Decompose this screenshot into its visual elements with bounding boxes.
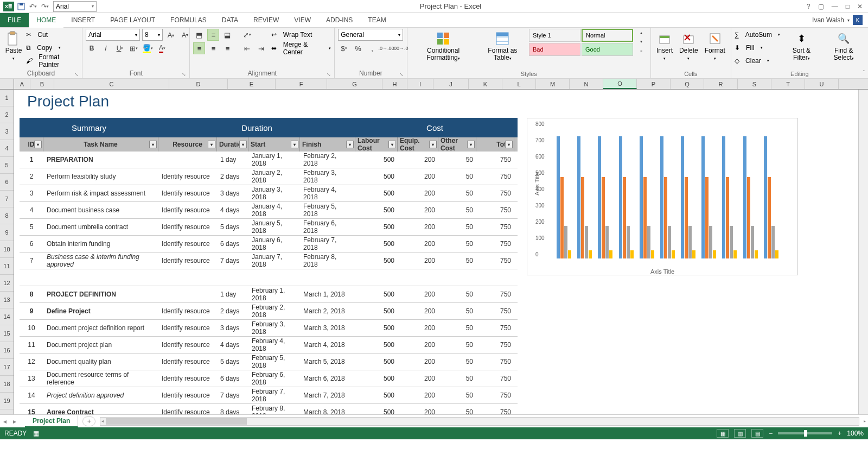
increase-decimal-icon[interactable]: .0→.00 (380, 42, 392, 54)
fill-color-button[interactable]: 🪣▾ (142, 42, 154, 54)
table-row[interactable]: 10Document project definition reportIden… (20, 320, 518, 337)
bold-button[interactable]: B (86, 42, 98, 54)
table-row[interactable]: 12Document quality planIdentify resource… (20, 354, 518, 370)
cell-style-good[interactable]: Good (582, 43, 633, 56)
column-header[interactable]: O (603, 79, 637, 89)
redo-icon[interactable]: ↷▾ (40, 2, 50, 11)
table-row[interactable]: 14Project definition approvedIdentify re… (20, 387, 518, 404)
column-header[interactable]: K (469, 79, 502, 89)
styles-more-icon[interactable]: ▾ (635, 37, 647, 45)
row-header[interactable]: 4 (0, 140, 14, 157)
column-header[interactable]: C (54, 79, 169, 89)
table-row[interactable]: 8PROJECT DEFINITION1 dayFebruary 1, 2018… (20, 286, 518, 303)
row-header[interactable]: 7 (0, 191, 14, 207)
minimize-icon[interactable]: — (832, 3, 838, 10)
column-header[interactable]: R (704, 79, 738, 89)
sheet-nav-next-icon[interactable]: ▸ (10, 418, 20, 425)
table-row[interactable]: 1PREPARATION1 dayJanuary 1, 2018February… (20, 152, 518, 168)
filter-icon[interactable]: ▾ (34, 141, 42, 148)
dialog-launcher-icon[interactable]: ⤡ (74, 72, 79, 77)
cut-button[interactable]: ✂ Cut (26, 29, 79, 41)
column-header[interactable]: I (407, 79, 433, 89)
column-header[interactable]: P (637, 79, 671, 89)
dialog-launcher-icon[interactable]: ⤡ (399, 72, 404, 77)
vertical-scrollbar[interactable] (858, 90, 868, 414)
table-row[interactable]: 5Document umbrella contractIdentify reso… (20, 219, 518, 236)
zoom-slider[interactable] (778, 432, 832, 434)
save-icon[interactable] (16, 2, 26, 11)
align-center-icon[interactable]: ≡ (207, 42, 219, 54)
zoom-level[interactable]: 100% (847, 430, 864, 437)
column-header[interactable]: A (14, 79, 30, 89)
macro-record-icon[interactable]: ▦ (33, 430, 39, 437)
view-page-layout-icon[interactable]: ▥ (734, 429, 746, 438)
row-header[interactable]: 6 (0, 174, 14, 191)
decrease-font-icon[interactable]: A▾ (179, 29, 191, 41)
grid-area[interactable]: Project Plan Summary Duration Cost ID▾ T… (14, 90, 858, 414)
column-header[interactable]: S (738, 79, 771, 89)
filter-icon[interactable]: ▾ (208, 141, 215, 148)
filter-icon[interactable]: ▾ (429, 141, 437, 148)
align-bottom-icon[interactable]: ⬓ (221, 29, 233, 41)
column-header[interactable]: M (536, 79, 570, 89)
select-all-corner[interactable] (0, 79, 14, 89)
table-row[interactable]: 4Document business caseIdentify resource… (20, 202, 518, 219)
zoom-out-icon[interactable]: − (769, 430, 773, 437)
row-header[interactable]: 15 (0, 325, 14, 342)
row-header[interactable]: 1 (0, 90, 14, 106)
table-row[interactable]: 11Document project planIdentify resource… (20, 337, 518, 354)
view-normal-icon[interactable]: ▦ (717, 429, 729, 438)
row-header[interactable]: 3 (0, 123, 14, 140)
tab-team[interactable]: TEAM (360, 13, 393, 27)
autosum-button[interactable]: ∑ AutoSum ▾ (735, 29, 781, 41)
sheet-nav-prev-icon[interactable]: ◂ (0, 418, 10, 425)
column-header[interactable]: T (771, 79, 805, 89)
row-header[interactable]: 17 (0, 359, 14, 376)
sheet-tab-project-plan[interactable]: Project Plan (25, 415, 78, 427)
insert-cells-button[interactable]: Insert▾ (654, 29, 675, 63)
tab-insert[interactable]: INSERT (63, 13, 103, 27)
tab-home[interactable]: HOME (29, 13, 63, 27)
column-header[interactable]: F (276, 79, 327, 89)
chart[interactable]: Axis Title Axis Title 010020030040050060… (527, 118, 798, 275)
dialog-launcher-icon[interactable]: ⤡ (182, 72, 186, 77)
column-header[interactable]: U (805, 79, 839, 89)
align-right-icon[interactable]: ≡ (221, 42, 233, 54)
underline-button[interactable]: U▾ (114, 42, 126, 54)
conditional-formatting-button[interactable]: Conditional Formatting▾ (411, 29, 476, 64)
sort-filter-button[interactable]: ⬍Sort & Filter▾ (782, 29, 820, 64)
styles-more-icon[interactable]: ▴ (635, 29, 647, 36)
delete-cells-button[interactable]: Delete▾ (677, 29, 700, 63)
column-header[interactable]: E (228, 79, 276, 89)
align-top-icon[interactable]: ⬒ (193, 29, 205, 41)
find-select-button[interactable]: 🔍Find & Select▾ (822, 29, 865, 64)
tab-formulas[interactable]: FORMULAS (163, 13, 214, 27)
font-name-selector[interactable]: Arial▾ (86, 29, 140, 41)
row-header[interactable]: 13 (0, 292, 14, 308)
font-color-button[interactable]: A▾ (156, 42, 168, 54)
font-size-selector[interactable]: 8▾ (142, 29, 163, 41)
filter-icon[interactable]: ▾ (149, 141, 157, 148)
column-header[interactable]: H (382, 79, 407, 89)
column-header[interactable]: D (169, 79, 228, 89)
filter-icon[interactable]: ▾ (388, 141, 396, 148)
border-button[interactable]: ⊞▾ (128, 42, 140, 54)
decrease-decimal-icon[interactable]: .00→.0 (394, 42, 406, 54)
table-row[interactable]: 9Define ProjectIdentify resource2 daysFe… (20, 303, 518, 320)
increase-font-icon[interactable]: A▴ (165, 29, 177, 41)
table-row[interactable]: 3Perform risk & impact assessmentIdentif… (20, 185, 518, 202)
horizontal-scrollbar[interactable]: ◂ (100, 417, 859, 426)
row-header[interactable]: 16 (0, 342, 14, 359)
filter-icon[interactable]: ▾ (467, 141, 475, 148)
cell-style-style1[interactable]: Style 1 (529, 29, 580, 42)
format-as-table-button[interactable]: Format as Table▾ (478, 29, 527, 64)
row-header[interactable]: 12 (0, 275, 14, 292)
number-format-selector[interactable]: General▾ (338, 29, 403, 41)
cell-style-bad[interactable]: Bad (529, 43, 580, 56)
filter-icon[interactable]: ▾ (291, 141, 298, 148)
wrap-text-button[interactable]: ↩ Wrap Text (271, 29, 331, 41)
row-header[interactable]: 10 (0, 241, 14, 258)
column-header[interactable]: B (30, 79, 54, 89)
table-row[interactable]: 2Perform feasibility studyIdentify resou… (20, 168, 518, 185)
filter-icon[interactable]: ▾ (346, 141, 354, 148)
